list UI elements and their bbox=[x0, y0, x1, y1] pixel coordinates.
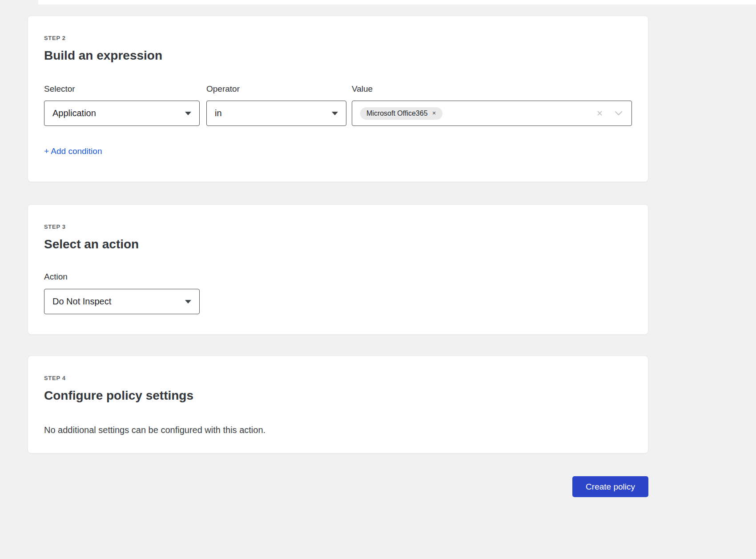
operator-dropdown[interactable]: in bbox=[206, 101, 346, 126]
step-3-title: Select an action bbox=[44, 237, 632, 251]
action-label: Action bbox=[44, 272, 632, 282]
selector-label: Selector bbox=[44, 84, 200, 94]
create-policy-button[interactable]: Create policy bbox=[572, 476, 648, 497]
add-condition-link[interactable]: + Add condition bbox=[44, 146, 102, 156]
expression-fields-row: Selector Application Operator in Value M… bbox=[44, 84, 632, 126]
value-controls: ✕ bbox=[596, 109, 623, 117]
action-dropdown[interactable]: Do Not Inspect bbox=[44, 289, 200, 314]
step-3-eyebrow: STEP 3 bbox=[44, 223, 632, 230]
operator-field: Operator in bbox=[206, 84, 346, 126]
caret-down-icon bbox=[185, 300, 191, 304]
tag-remove-icon[interactable]: ✕ bbox=[432, 111, 436, 116]
step-4-eyebrow: STEP 4 bbox=[44, 375, 632, 381]
value-field: Value Microsoft Office365 ✕ ✕ bbox=[352, 84, 632, 126]
settings-note: No additional settings can be configured… bbox=[44, 425, 632, 435]
operator-dropdown-value: in bbox=[215, 108, 222, 118]
value-multiselect[interactable]: Microsoft Office365 ✕ ✕ bbox=[352, 101, 632, 126]
caret-down-icon bbox=[185, 112, 191, 115]
operator-label: Operator bbox=[206, 84, 346, 94]
step-3-card: STEP 3 Select an action Action Do Not In… bbox=[28, 204, 648, 335]
selector-dropdown[interactable]: Application bbox=[44, 101, 200, 126]
selector-dropdown-value: Application bbox=[52, 108, 96, 118]
value-tag[interactable]: Microsoft Office365 ✕ bbox=[360, 107, 442, 120]
caret-down-icon bbox=[332, 112, 338, 115]
step-4-card: STEP 4 Configure policy settings No addi… bbox=[28, 356, 648, 454]
step-4-title: Configure policy settings bbox=[44, 389, 632, 403]
step-2-title: Build an expression bbox=[44, 49, 632, 63]
chevron-down-icon[interactable] bbox=[615, 111, 623, 116]
value-tag-label: Microsoft Office365 bbox=[366, 110, 428, 117]
step-2-card: STEP 2 Build an expression Selector Appl… bbox=[28, 16, 648, 182]
action-dropdown-value: Do Not Inspect bbox=[52, 296, 111, 307]
clear-icon[interactable]: ✕ bbox=[596, 109, 603, 117]
top-content-edge bbox=[38, 0, 756, 4]
value-label: Value bbox=[352, 84, 632, 94]
selector-field: Selector Application bbox=[44, 84, 200, 126]
step-2-eyebrow: STEP 2 bbox=[44, 35, 632, 41]
